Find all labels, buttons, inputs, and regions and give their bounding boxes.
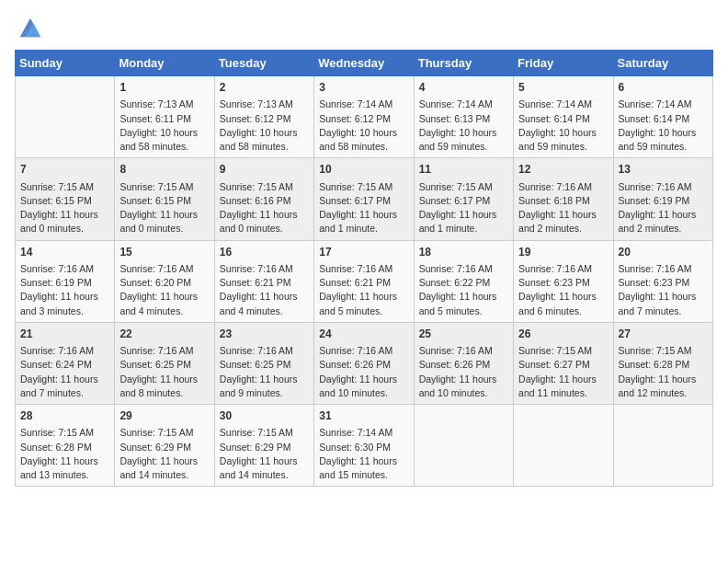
day-info: Sunrise: 7:14 AM (419, 98, 508, 111)
calendar-cell (414, 405, 513, 487)
day-info: Sunset: 6:21 PM (319, 276, 408, 290)
day-info: Sunrise: 7:16 AM (518, 262, 608, 276)
calendar-cell: 15Sunrise: 7:16 AMSunset: 6:20 PMDayligh… (115, 240, 214, 322)
day-info: Sunset: 6:18 PM (518, 194, 608, 208)
day-info: Sunset: 6:26 PM (319, 358, 408, 372)
calendar-cell: 2Sunrise: 7:13 AMSunset: 6:12 PMDaylight… (214, 76, 313, 158)
day-number: 19 (518, 245, 608, 260)
day-info: Sunrise: 7:16 AM (319, 262, 408, 276)
calendar-cell (613, 405, 712, 487)
logo (15, 15, 42, 40)
day-info: and 4 minutes. (220, 304, 309, 318)
day-info: Sunrise: 7:15 AM (220, 180, 309, 194)
day-number: 8 (119, 162, 209, 178)
day-info: Daylight: 11 hours (319, 373, 408, 386)
day-info: Sunset: 6:19 PM (619, 194, 708, 208)
calendar-cell (514, 405, 613, 487)
day-info: Sunset: 6:29 PM (119, 441, 209, 454)
day-info: Daylight: 11 hours (20, 454, 109, 468)
logo-icon (17, 15, 42, 40)
page-header (15, 15, 713, 40)
day-info: Sunset: 6:15 PM (119, 194, 209, 208)
day-number: 3 (319, 80, 408, 96)
day-info: Sunset: 6:25 PM (220, 358, 309, 372)
day-number: 16 (220, 245, 309, 260)
day-info: and 14 minutes. (220, 468, 309, 482)
day-info: Sunrise: 7:16 AM (20, 262, 109, 276)
day-info: Daylight: 11 hours (319, 208, 408, 222)
calendar-cell: 20Sunrise: 7:16 AMSunset: 6:23 PMDayligh… (613, 240, 712, 322)
day-info: Sunrise: 7:14 AM (518, 98, 608, 111)
day-info: and 8 minutes. (119, 386, 209, 400)
day-number: 30 (220, 408, 309, 424)
calendar-cell: 16Sunrise: 7:16 AMSunset: 6:21 PMDayligh… (214, 240, 313, 322)
calendar-cell: 29Sunrise: 7:15 AMSunset: 6:29 PMDayligh… (115, 405, 214, 487)
day-number: 26 (518, 327, 608, 342)
day-info: Daylight: 10 hours (319, 126, 408, 140)
day-info: Daylight: 11 hours (619, 290, 708, 304)
day-info: Daylight: 10 hours (119, 126, 209, 140)
day-info: Sunrise: 7:15 AM (119, 180, 209, 194)
day-info: Sunrise: 7:15 AM (119, 426, 209, 440)
dow-header: Tuesday (214, 51, 313, 76)
day-info: Daylight: 11 hours (119, 290, 209, 304)
day-info: Daylight: 11 hours (119, 373, 209, 386)
calendar-cell: 4Sunrise: 7:14 AMSunset: 6:13 PMDaylight… (414, 76, 513, 158)
day-info: Sunset: 6:28 PM (619, 358, 708, 372)
day-info: Sunrise: 7:16 AM (619, 262, 708, 276)
day-info: and 12 minutes. (619, 386, 708, 400)
day-info: Sunset: 6:12 PM (220, 112, 309, 126)
calendar-cell: 5Sunrise: 7:14 AMSunset: 6:14 PMDaylight… (514, 76, 613, 158)
day-info: Daylight: 11 hours (220, 290, 309, 304)
day-info: and 13 minutes. (20, 468, 109, 482)
dow-header: Saturday (613, 51, 712, 76)
day-info: Sunset: 6:14 PM (619, 112, 708, 126)
day-info: Daylight: 11 hours (20, 208, 109, 222)
day-info: Daylight: 11 hours (220, 373, 309, 386)
day-info: and 58 minutes. (319, 140, 408, 154)
day-info: Daylight: 11 hours (220, 454, 309, 468)
day-info: Sunrise: 7:16 AM (119, 344, 209, 358)
calendar-cell: 23Sunrise: 7:16 AMSunset: 6:25 PMDayligh… (214, 322, 313, 404)
day-info: Daylight: 10 hours (220, 126, 309, 140)
day-number: 7 (20, 162, 109, 178)
calendar-cell: 11Sunrise: 7:15 AMSunset: 6:17 PMDayligh… (414, 158, 513, 240)
day-number: 29 (119, 408, 209, 424)
day-number: 1 (119, 80, 209, 96)
day-info: Sunset: 6:29 PM (220, 441, 309, 454)
calendar-cell: 8Sunrise: 7:15 AMSunset: 6:15 PMDaylight… (115, 158, 214, 240)
calendar-cell: 12Sunrise: 7:16 AMSunset: 6:18 PMDayligh… (514, 158, 613, 240)
day-number: 6 (619, 80, 708, 96)
day-info: and 11 minutes. (518, 386, 608, 400)
day-info: Sunrise: 7:16 AM (220, 344, 309, 358)
day-info: Sunset: 6:14 PM (518, 112, 608, 126)
day-info: and 0 minutes. (20, 222, 109, 236)
calendar-cell: 28Sunrise: 7:15 AMSunset: 6:28 PMDayligh… (16, 405, 115, 487)
day-info: Sunrise: 7:16 AM (119, 262, 209, 276)
day-info: Sunset: 6:26 PM (419, 358, 508, 372)
day-number: 15 (119, 245, 209, 260)
day-info: Sunset: 6:13 PM (419, 112, 508, 126)
day-info: and 3 minutes. (20, 304, 109, 318)
day-info: and 58 minutes. (119, 140, 209, 154)
calendar-cell: 27Sunrise: 7:15 AMSunset: 6:28 PMDayligh… (613, 322, 712, 404)
day-info: Daylight: 10 hours (419, 126, 508, 140)
calendar-cell: 9Sunrise: 7:15 AMSunset: 6:16 PMDaylight… (214, 158, 313, 240)
day-info: Sunset: 6:21 PM (220, 276, 309, 290)
day-number: 17 (319, 245, 408, 260)
day-number: 4 (419, 80, 508, 96)
day-info: Sunrise: 7:16 AM (20, 344, 109, 358)
calendar-cell: 1Sunrise: 7:13 AMSunset: 6:11 PMDaylight… (115, 76, 214, 158)
day-info: Sunset: 6:30 PM (319, 441, 408, 454)
day-info: Daylight: 11 hours (20, 373, 109, 386)
calendar-cell: 6Sunrise: 7:14 AMSunset: 6:14 PMDaylight… (613, 76, 712, 158)
day-info: Sunrise: 7:16 AM (419, 344, 508, 358)
calendar-cell: 31Sunrise: 7:14 AMSunset: 6:30 PMDayligh… (314, 405, 414, 487)
day-number: 23 (220, 327, 309, 342)
day-info: and 2 minutes. (619, 222, 708, 236)
day-info: Sunset: 6:19 PM (20, 276, 109, 290)
day-info: Sunrise: 7:14 AM (619, 98, 708, 111)
day-info: Sunset: 6:23 PM (619, 276, 708, 290)
calendar-cell (16, 76, 115, 158)
day-number: 24 (319, 327, 408, 342)
